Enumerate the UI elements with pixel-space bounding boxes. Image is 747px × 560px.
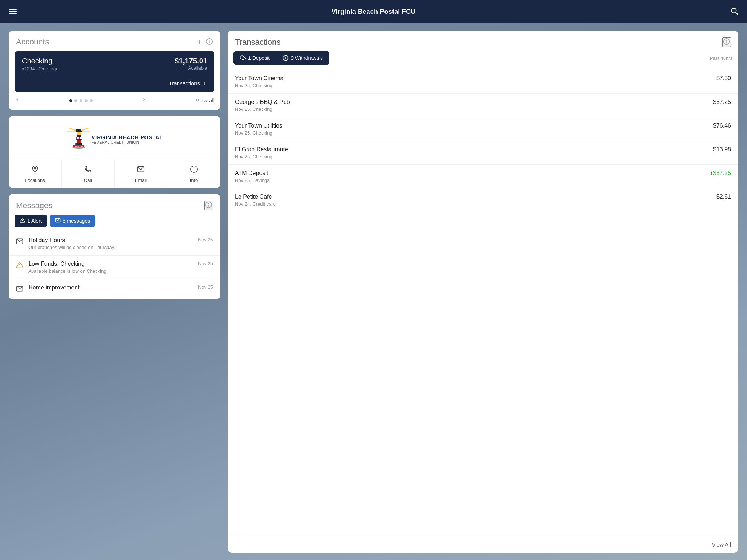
svg-rect-23 [75,143,82,145]
txn-item-restaurante[interactable]: El Gran Restaurante Nov 25, Checking $13… [228,141,738,164]
txn-item-bbq[interactable]: George's BBQ & Pub Nov 25, Checking $37.… [228,93,738,117]
txn-name: Your Town Utilities [235,122,282,129]
accounts-info-button[interactable] [206,38,213,46]
message-item-home[interactable]: Home improvement... Nov 25 [9,279,220,299]
dot-4 [85,99,88,102]
main-layout: Accounts + Checking [0,23,747,560]
left-column: Accounts + Checking [9,31,220,553]
txn-name: El Gran Restaurante [235,146,288,153]
call-button[interactable]: Call [62,160,115,188]
alert-tab-icon [20,218,25,224]
checking-account-card[interactable]: Checking x1234 - 2min ago $1,175.01 Avai… [15,51,214,92]
locations-button[interactable]: Locations [9,160,62,188]
svg-rect-18 [80,137,81,139]
checking-footer: Transactions [22,80,207,86]
messages-card: Messages [9,194,220,299]
accounts-title: Accounts [16,37,49,47]
next-account-button[interactable] [141,97,147,104]
mail-message-icon [16,238,23,247]
svg-point-27 [34,167,36,169]
search-icon[interactable] [730,7,738,17]
messages-tab-label: 5 messages [63,218,90,224]
accounts-header: Accounts + [9,31,220,51]
message-title-holiday: Holiday Hours [28,237,65,244]
transactions-footer: View All [228,536,738,553]
txn-sub: Nov 25, Savings [235,178,270,183]
transactions-period: Past 48hrs [710,55,732,61]
right-column: Transactions 1 Deposit [228,31,738,553]
transactions-header: Transactions [228,31,738,51]
checking-available: Available [175,65,207,71]
mail-icon [137,165,145,175]
info-icon [190,165,198,175]
txn-amount: $37.25 [713,99,731,105]
checking-name: Checking [22,57,58,65]
txn-item-cafe[interactable]: Le Petite Cafe Nov 24, Credit card $2.61 [228,188,738,212]
svg-rect-15 [78,137,78,139]
institution-logo: SINCE 1963 Virginia Beach Postal Federal… [9,116,220,160]
add-account-button[interactable]: + [197,38,201,46]
info-label: Info [190,178,198,183]
dot-5 [90,99,93,102]
prev-account-button[interactable] [15,97,20,104]
view-all-accounts-button[interactable]: View all [196,97,214,104]
svg-rect-10 [76,131,82,132]
txn-name: ATM Deposit [235,170,270,176]
messages-tab[interactable]: 5 messages [50,215,95,227]
message-body-low-funds: Available balance is low on Checking [28,268,213,274]
transactions-link[interactable]: Transactions [169,80,207,86]
txn-amount: $76.46 [713,122,731,129]
messages-info-button[interactable] [204,201,213,210]
email-button[interactable]: Email [115,160,167,188]
message-title-home: Home improvement... [28,284,84,291]
txn-item-utilities[interactable]: Your Town Utilities Nov 25, Checking $76… [228,117,738,141]
txn-item-cinema[interactable]: Your Town Cinema Nov 25, Checking $7.50 [228,70,738,93]
message-item-holiday[interactable]: Holiday Hours Nov 25 Our branches will b… [9,232,220,255]
alert-tab[interactable]: 1 Alert [15,215,47,227]
dot-2 [74,99,77,102]
phone-icon [84,165,92,175]
transactions-card: Transactions 1 Deposit [228,31,738,553]
transactions-filter-row: 1 Deposit 9 Withdrawals Past 48hrs [228,51,738,70]
institution-name-main: Virginia Beach Postal [92,135,163,140]
app-title: Virginia Beach Postal FCU [332,8,416,16]
transactions-info-button[interactable] [722,37,731,47]
svg-rect-22 [77,140,80,143]
lighthouse-icon: SINCE 1963 [66,125,92,154]
hamburger-menu[interactable] [9,9,17,14]
account-dots [69,99,93,102]
message-title-low-funds: Low Funds: Checking [28,261,85,267]
svg-point-26 [72,147,85,149]
txn-item-atm[interactable]: ATM Deposit Nov 25, Savings +$37.25 [228,164,738,188]
checking-balance: $1,175.01 [175,57,207,65]
accounts-actions: + [197,38,213,46]
txn-amount: $7.50 [716,75,731,82]
deposits-filter-button[interactable]: 1 Deposit [233,51,276,65]
svg-rect-11 [77,132,81,135]
institution-name-sub: Federal Credit Union [92,140,163,144]
view-all-transactions-button[interactable]: View All [712,541,731,548]
txn-amount-positive: +$37.25 [710,170,731,176]
messages-tabs: 1 Alert 5 messages [9,215,220,232]
call-label: Call [84,178,92,183]
dot-3 [80,99,82,102]
txn-sub: Nov 25, Checking [235,154,288,159]
svg-rect-14 [77,137,78,139]
message-date-holiday: Nov 25 [198,237,213,242]
message-date-low-funds: Nov 25 [198,261,213,266]
svg-rect-9 [76,129,81,131]
withdrawals-filter-button[interactable]: 9 Withdrawals [276,51,329,65]
transactions-list: Your Town Cinema Nov 25, Checking $7.50 … [228,70,738,536]
txn-name: Le Petite Cafe [235,194,276,200]
svg-rect-19 [81,137,81,139]
svg-rect-17 [79,137,80,139]
svg-line-1 [736,12,738,14]
txn-sub: Nov 24, Credit card [235,201,276,207]
info-button[interactable]: Info [167,160,220,188]
locations-label: Locations [25,178,45,183]
message-date-home: Nov 25 [198,284,213,290]
txn-sub: Nov 25, Checking [235,106,290,112]
message-body-holiday: Our branches will be closed on Thursday. [28,245,213,250]
txn-amount: $2.61 [716,194,731,200]
message-item-low-funds[interactable]: Low Funds: Checking Nov 25 Available bal… [9,255,220,279]
